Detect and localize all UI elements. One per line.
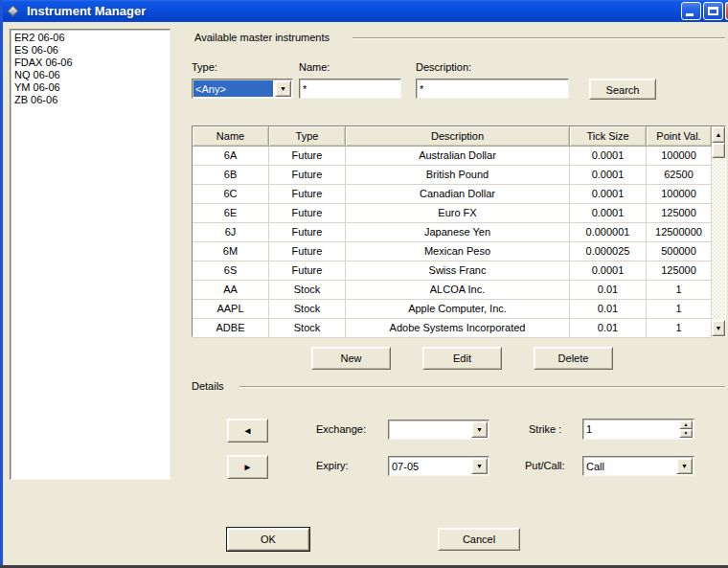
table-cell: AA	[193, 281, 269, 300]
putcall-dropdown[interactable]: Call ▼	[582, 456, 694, 476]
table-row[interactable]: 6EFutureEuro FX0.0001125000	[193, 204, 712, 223]
chevron-down-icon[interactable]: ▼	[471, 421, 488, 438]
table-cell: British Pound	[346, 166, 570, 185]
strike-value: 1	[583, 420, 678, 439]
table-cell: 1	[647, 281, 712, 300]
column-header-tick-size[interactable]: Tick Size	[570, 126, 647, 147]
table-body: 6AFutureAustralian Dollar0.00011000006BF…	[193, 147, 712, 338]
table-scrollbar[interactable]: ▲ ▼	[712, 126, 725, 336]
table-cell: Stock	[269, 300, 346, 319]
table-row[interactable]: AAPLStockApple Computer, Inc.0.011	[193, 300, 712, 319]
table-cell: 0.01	[570, 281, 647, 300]
chevron-down-icon[interactable]: ▼	[471, 458, 488, 474]
table-cell: 6C	[193, 185, 269, 204]
delete-button[interactable]: Delete	[534, 347, 613, 370]
table-row[interactable]: 6SFutureSwiss Franc0.0001125000	[193, 261, 712, 281]
instrument-manager-window: Instrument Manager ER2 06-06ES 06-06FDAX…	[0, 0, 728, 568]
table-cell: Future	[269, 185, 346, 204]
table-cell: 0.01	[570, 319, 647, 338]
expiry-label: Expiry:	[316, 460, 349, 471]
column-header-type[interactable]: Type	[269, 126, 346, 147]
table-cell: 6A	[193, 147, 269, 166]
table-cell: Swiss Franc	[346, 261, 570, 281]
table-cell: 6M	[193, 242, 269, 261]
group-divider	[353, 37, 725, 39]
spin-down-icon[interactable]: ▼	[679, 429, 693, 438]
list-item[interactable]: ES 06-06	[14, 44, 166, 57]
table-cell: Future	[269, 242, 346, 261]
ok-button[interactable]: OK	[227, 528, 309, 551]
table-cell: 12500000	[647, 223, 712, 242]
scrollbar-track[interactable]	[712, 158, 725, 320]
table-row[interactable]: 6CFutureCanadian Dollar0.0001100000	[193, 185, 712, 204]
column-header-name[interactable]: Name	[193, 126, 269, 147]
table-row[interactable]: 6AFutureAustralian Dollar0.0001100000	[193, 147, 712, 166]
maximize-button[interactable]	[703, 2, 723, 20]
table-cell: Future	[269, 204, 346, 223]
table-cell: 0.0001	[570, 185, 647, 204]
arrow-left-icon: ◄	[243, 425, 253, 436]
table-cell: 0.0001	[570, 166, 647, 185]
table-cell: Australian Dollar	[346, 147, 570, 166]
description-filter-input[interactable]	[416, 79, 569, 99]
exchange-value	[390, 421, 469, 438]
name-filter-input[interactable]	[299, 79, 401, 99]
table-cell: 6S	[193, 261, 269, 281]
table-cell: 1	[647, 319, 712, 338]
exchange-label: Exchange:	[316, 423, 366, 435]
edit-button[interactable]: Edit	[422, 347, 502, 370]
new-button[interactable]: New	[311, 347, 391, 370]
expiry-dropdown[interactable]: 07-05 ▼	[388, 456, 489, 476]
table-cell: 125000	[647, 261, 712, 281]
exchange-dropdown[interactable]: ▼	[388, 420, 489, 440]
column-header-description[interactable]: Description	[346, 126, 570, 147]
list-item[interactable]: NQ 06-06	[14, 69, 166, 81]
details-label: Details	[192, 380, 224, 392]
instrument-listbox[interactable]: ER2 06-06ES 06-06FDAX 06-06NQ 06-06YM 06…	[10, 29, 171, 480]
table-cell: 125000	[647, 204, 712, 223]
list-item[interactable]: FDAX 06-06	[14, 57, 166, 69]
list-item[interactable]: ER2 06-06	[14, 32, 166, 44]
scrollbar-thumb[interactable]	[712, 143, 725, 158]
putcall-label: Put/Call:	[525, 460, 565, 471]
table-cell: Future	[269, 166, 346, 185]
table-row[interactable]: AAStockALCOA Inc.0.011	[193, 281, 712, 300]
table-row[interactable]: ADBEStockAdobe Systems Incorporated0.011	[193, 319, 712, 338]
type-filter-dropdown[interactable]: <Any> ▼	[192, 79, 293, 99]
scroll-down-icon[interactable]: ▼	[712, 320, 725, 336]
strike-stepper[interactable]: 1 ▲ ▼	[582, 419, 694, 440]
app-icon	[6, 4, 21, 19]
description-label: Description:	[416, 61, 471, 73]
table-cell: 6B	[193, 166, 269, 185]
table-row[interactable]: 6JFutureJapanese Yen0.00000112500000	[193, 223, 712, 242]
chevron-down-icon[interactable]: ▼	[275, 80, 291, 97]
scroll-up-icon[interactable]: ▲	[712, 126, 725, 143]
table-cell: Canadian Dollar	[346, 185, 570, 204]
cancel-button[interactable]: Cancel	[438, 528, 520, 551]
table-cell: Adobe Systems Incorporated	[346, 319, 570, 338]
table-cell: 0.0001	[570, 261, 647, 281]
table-row[interactable]: 6BFutureBritish Pound0.000162500	[193, 166, 712, 185]
list-item[interactable]: ZB 06-06	[14, 94, 166, 106]
prev-instrument-button[interactable]: ◄	[227, 419, 268, 443]
maximize-icon	[708, 7, 718, 15]
minimize-button[interactable]	[681, 2, 701, 20]
list-item[interactable]: YM 06-06	[14, 81, 166, 94]
type-label: Type:	[192, 61, 217, 73]
chevron-down-icon[interactable]: ▼	[676, 458, 693, 474]
table-header-row: NameTypeDescriptionTick SizePoint Val.	[193, 126, 712, 147]
title-bar[interactable]: Instrument Manager	[0, 0, 728, 22]
arrow-right-icon: ►	[243, 462, 253, 472]
table-cell: Future	[269, 261, 346, 281]
table-row[interactable]: 6MFutureMexican Peso0.000025500000	[193, 242, 712, 261]
available-instruments-label: Available master instruments	[194, 32, 330, 43]
search-button[interactable]: Search	[589, 79, 656, 100]
table-cell: Mexican Peso	[346, 242, 570, 261]
type-filter-value: <Any>	[193, 80, 273, 97]
next-instrument-button[interactable]: ►	[227, 455, 268, 479]
details-divider	[239, 386, 725, 388]
table-cell: 500000	[647, 242, 712, 261]
instrument-table: NameTypeDescriptionTick SizePoint Val. 6…	[192, 125, 726, 337]
column-header-point-val[interactable]: Point Val.	[647, 126, 712, 147]
spin-up-icon[interactable]: ▲	[679, 420, 693, 429]
